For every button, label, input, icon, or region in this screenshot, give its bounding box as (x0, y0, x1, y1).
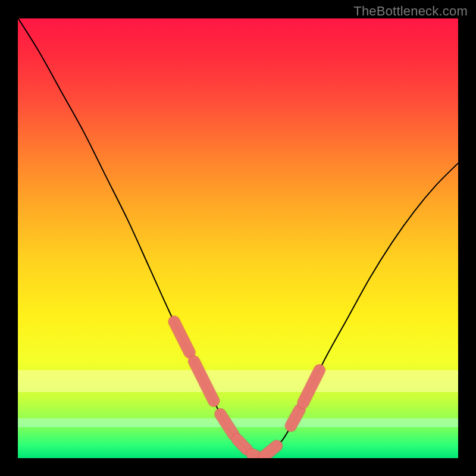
bottleneck-curve (18, 18, 458, 458)
curve-marker-1 (194, 361, 214, 401)
curve-layer (18, 18, 458, 458)
curve-marker-3 (237, 439, 247, 449)
chart-frame: TheBottleneck.com (0, 0, 476, 476)
curve-marker-0 (174, 322, 190, 353)
watermark-text: TheBottleneck.com (353, 4, 468, 19)
plot-area (18, 18, 458, 458)
curve-markers (174, 322, 320, 458)
curve-marker-7 (303, 370, 320, 403)
curve-marker-5 (264, 446, 277, 456)
curve-marker-6 (291, 410, 300, 426)
curve-marker-2 (220, 414, 233, 435)
